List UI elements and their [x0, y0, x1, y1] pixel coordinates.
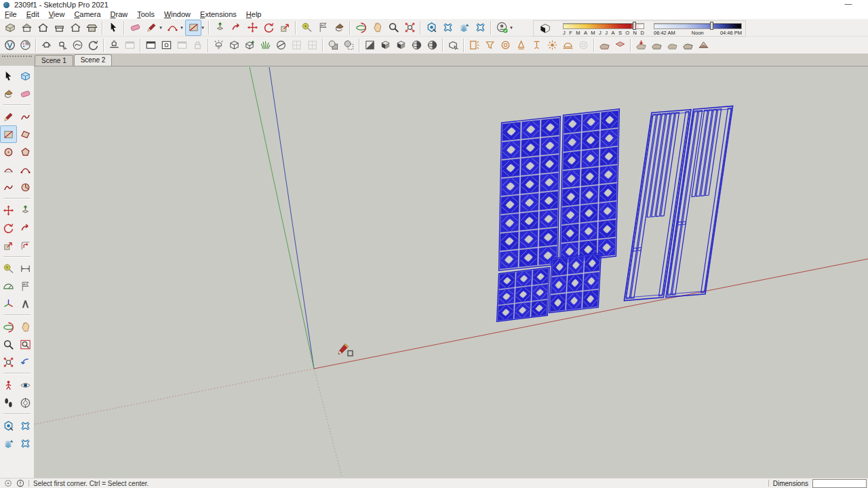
- vray-render-icon[interactable]: [39, 37, 54, 54]
- offset-tool-icon[interactable]: [17, 237, 34, 254]
- line-tool-icon[interactable]: [0, 108, 17, 125]
- tape-measure-tool-icon[interactable]: [0, 260, 17, 277]
- freehand-tool-icon[interactable]: [17, 108, 34, 125]
- view-left-icon[interactable]: [67, 20, 83, 36]
- eraser-tool-icon[interactable]: [127, 20, 143, 36]
- vray-light-plane-icon[interactable]: [482, 37, 498, 54]
- geolocation-icon[interactable]: [3, 479, 12, 488]
- zoom-extents-tool-icon[interactable]: [401, 20, 418, 36]
- view-back-icon[interactable]: [83, 20, 100, 36]
- pan-tool-icon[interactable]: [369, 20, 385, 36]
- sandbox-from-contours-icon[interactable]: [597, 37, 612, 54]
- credits-icon[interactable]: [16, 479, 24, 488]
- axes-tool-icon[interactable]: [0, 295, 17, 312]
- vray-material-box1-icon[interactable]: [378, 37, 393, 54]
- scene-tab-2[interactable]: Scene 2: [74, 54, 113, 66]
- vray-proxy-export-icon[interactable]: [242, 37, 258, 54]
- walk-tool-icon[interactable]: [0, 394, 17, 411]
- vray-tool-b-icon[interactable]: [304, 37, 320, 54]
- view-top-icon[interactable]: [18, 20, 35, 36]
- drawing-viewport[interactable]: [34, 66, 868, 479]
- pushpull-tool-icon[interactable]: [212, 20, 228, 36]
- vray-light-spot-icon[interactable]: [513, 37, 529, 54]
- vray-material-diag-icon[interactable]: [362, 37, 378, 54]
- two-point-arc-tool-icon[interactable]: [17, 161, 34, 178]
- account-icon[interactable]: [494, 20, 510, 36]
- menu-extensions[interactable]: Extensions: [195, 9, 241, 19]
- sandbox-drape-icon[interactable]: [665, 37, 680, 54]
- scene-tab-1[interactable]: Scene 1: [35, 55, 73, 66]
- vray-decal-icon[interactable]: [326, 37, 341, 54]
- sandbox-stamp-icon[interactable]: [649, 37, 665, 54]
- make-component-icon[interactable]: [17, 67, 34, 85]
- vray-lock-icon[interactable]: [190, 37, 205, 54]
- eraser-tool-icon[interactable]: [17, 85, 34, 102]
- move-tool-icon[interactable]: [0, 201, 17, 219]
- text-tool-icon[interactable]: A1: [17, 277, 34, 295]
- shadow-time-slider[interactable]: 06:42 AM Noon 04:46 PM: [654, 21, 742, 36]
- pan-tool-icon[interactable]: [17, 318, 34, 336]
- rectangle-tool-icon[interactable]: [0, 125, 17, 143]
- polygon-tool-icon[interactable]: [17, 143, 34, 161]
- pie-tool-icon[interactable]: [17, 178, 34, 196]
- vray-frame-buffer-icon[interactable]: [143, 37, 159, 54]
- shadow-time-track[interactable]: [654, 23, 742, 29]
- menu-file[interactable]: File: [0, 9, 22, 19]
- vray-projection-icon[interactable]: [341, 37, 357, 54]
- 3d-text-tool-icon[interactable]: [17, 295, 34, 312]
- menu-draw[interactable]: Draw: [106, 9, 133, 19]
- vray-interactive-select-icon[interactable]: [446, 37, 461, 54]
- view-right-icon[interactable]: [51, 20, 67, 36]
- scale-tool-icon[interactable]: [277, 20, 293, 36]
- vray-asset-editor-icon[interactable]: [18, 37, 33, 54]
- paint-bucket-tool-icon[interactable]: [0, 85, 17, 102]
- rotate-tool-icon[interactable]: [260, 20, 277, 36]
- scale-tool-icon[interactable]: [0, 237, 17, 254]
- vray-material-sphere1-icon[interactable]: [409, 37, 425, 54]
- tape-measure-tool-icon[interactable]: [298, 20, 315, 36]
- protractor-tool-icon[interactable]: [0, 277, 17, 295]
- minimize-button[interactable]: —: [842, 0, 854, 8]
- shadow-date-slider[interactable]: JFMAMJJASOND: [563, 21, 644, 36]
- vray-cosmos-icon[interactable]: [226, 37, 242, 54]
- viewport-canvas[interactable]: [34, 66, 868, 479]
- vray-render-last-icon[interactable]: [122, 37, 138, 54]
- position-camera-tool-icon[interactable]: [0, 376, 17, 394]
- measurements-input[interactable]: [812, 479, 867, 488]
- vray-render-update-icon[interactable]: [85, 37, 101, 54]
- orbit-tool-icon[interactable]: [353, 20, 369, 36]
- followme-tool-icon[interactable]: [228, 20, 244, 36]
- zoom-tool-icon[interactable]: [0, 336, 17, 353]
- shadow-date-thumb[interactable]: [633, 22, 636, 30]
- select-tool-icon[interactable]: [105, 20, 121, 36]
- menu-help[interactable]: Help: [241, 9, 267, 19]
- view-front-icon[interactable]: [35, 20, 51, 36]
- circle-tool-icon[interactable]: [0, 143, 17, 161]
- followme-tool-icon[interactable]: [17, 219, 34, 237]
- extension-layers-icon[interactable]: [456, 20, 472, 36]
- extension-wave-gear-icon[interactable]: [472, 20, 488, 36]
- menu-view[interactable]: View: [44, 9, 70, 19]
- look-around-tool-icon[interactable]: [17, 376, 34, 394]
- vray-light-dome-icon[interactable]: [560, 37, 576, 54]
- vray-render-region-icon[interactable]: [106, 37, 122, 54]
- dimension-tool-icon[interactable]: [17, 260, 34, 277]
- shadow-toggle-button[interactable]: [537, 20, 553, 37]
- extension-wave-icon[interactable]: [17, 417, 34, 434]
- vray-light-ies-icon[interactable]: [529, 37, 545, 54]
- vray-tool-a-icon[interactable]: [289, 37, 304, 54]
- menu-camera[interactable]: Camera: [69, 9, 105, 19]
- view-iso-icon[interactable]: [2, 20, 18, 36]
- menu-window[interactable]: Window: [159, 9, 195, 19]
- extension-gear-icon[interactable]: [423, 20, 439, 36]
- vray-light-omni-icon[interactable]: [545, 37, 560, 54]
- extension-layers-icon[interactable]: [0, 434, 17, 452]
- vray-material-box2-icon[interactable]: [393, 37, 409, 54]
- vray-history-icon[interactable]: [174, 37, 190, 54]
- menu-edit[interactable]: Edit: [22, 9, 44, 19]
- vray-clipper-icon[interactable]: [273, 37, 289, 54]
- section-plane-tool-icon[interactable]: [17, 394, 34, 411]
- move-tool-icon[interactable]: [244, 20, 260, 36]
- vray-lightgen-icon[interactable]: [211, 37, 226, 54]
- arc-tool-icon[interactable]: [0, 161, 17, 178]
